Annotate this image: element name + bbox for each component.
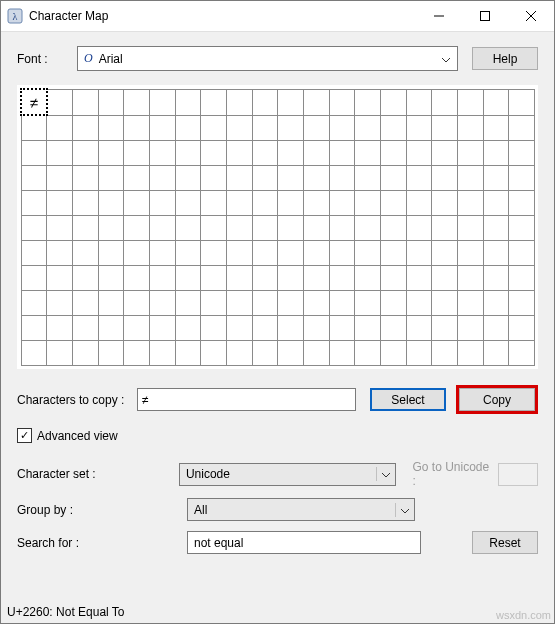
char-cell[interactable] [201,166,227,191]
char-cell[interactable] [175,241,201,266]
char-cell[interactable] [457,341,483,366]
char-cell[interactable] [47,216,73,241]
char-cell[interactable] [380,316,406,341]
char-cell[interactable] [457,241,483,266]
char-cell[interactable] [406,166,432,191]
char-cell[interactable] [509,341,535,366]
char-cell[interactable] [98,316,124,341]
char-cell[interactable] [278,216,304,241]
char-cell[interactable] [201,241,227,266]
char-cell[interactable] [329,216,355,241]
char-cell[interactable] [406,89,432,115]
char-cell[interactable] [47,89,73,115]
char-cell[interactable] [432,341,458,366]
char-cell[interactable] [201,341,227,366]
char-cell[interactable] [21,241,47,266]
char-cell[interactable] [149,291,175,316]
char-cell[interactable] [329,316,355,341]
char-cell[interactable] [124,316,150,341]
char-cell[interactable] [509,191,535,216]
char-cell[interactable] [278,166,304,191]
char-cell[interactable] [201,141,227,166]
char-cell[interactable] [175,291,201,316]
char-cell[interactable] [509,241,535,266]
char-cell[interactable] [47,341,73,366]
char-cell[interactable] [98,191,124,216]
char-cell[interactable] [72,316,98,341]
char-cell[interactable] [355,316,381,341]
char-cell[interactable] [21,266,47,291]
char-cell[interactable] [303,166,329,191]
copy-button[interactable]: Copy [459,388,535,411]
char-cell[interactable] [252,341,278,366]
char-cell[interactable] [21,166,47,191]
char-cell[interactable] [252,241,278,266]
char-cell[interactable] [124,141,150,166]
char-cell[interactable] [483,115,509,141]
char-cell[interactable] [149,316,175,341]
char-cell[interactable] [509,216,535,241]
char-cell[interactable] [175,341,201,366]
char-cell[interactable] [278,341,304,366]
char-cell[interactable] [175,316,201,341]
char-cell[interactable] [252,291,278,316]
char-cell[interactable] [380,341,406,366]
char-cell[interactable] [457,115,483,141]
char-cell[interactable] [226,216,252,241]
char-cell[interactable] [406,191,432,216]
char-cell[interactable] [47,241,73,266]
maximize-button[interactable] [462,1,508,31]
char-cell[interactable] [329,241,355,266]
char-cell[interactable] [457,266,483,291]
char-cell[interactable] [47,316,73,341]
char-cell[interactable] [226,89,252,115]
char-cell[interactable] [509,89,535,115]
char-cell[interactable] [72,341,98,366]
char-cell[interactable] [98,291,124,316]
char-cell[interactable] [21,141,47,166]
char-cell[interactable] [226,316,252,341]
char-cell[interactable] [406,266,432,291]
char-cell[interactable] [406,341,432,366]
char-cell[interactable] [303,115,329,141]
char-cell[interactable] [483,89,509,115]
char-cell[interactable] [149,216,175,241]
char-cell[interactable] [226,291,252,316]
char-cell[interactable] [98,89,124,115]
char-cell[interactable] [278,141,304,166]
char-cell[interactable] [483,291,509,316]
char-cell[interactable] [483,341,509,366]
char-cell[interactable] [329,266,355,291]
char-cell[interactable] [303,291,329,316]
char-cell[interactable] [303,89,329,115]
char-cell[interactable] [329,166,355,191]
char-cell[interactable] [278,115,304,141]
char-cell[interactable] [380,191,406,216]
char-cell[interactable] [406,115,432,141]
charset-select[interactable]: Unicode [179,463,397,486]
char-cell[interactable] [149,241,175,266]
char-cell[interactable] [72,266,98,291]
char-cell[interactable] [432,191,458,216]
char-cell[interactable] [380,241,406,266]
char-cell[interactable] [483,216,509,241]
char-cell[interactable] [483,316,509,341]
char-cell[interactable] [355,216,381,241]
char-cell[interactable] [175,216,201,241]
char-cell[interactable] [201,291,227,316]
char-cell[interactable] [124,241,150,266]
char-cell[interactable] [252,266,278,291]
char-cell[interactable] [483,241,509,266]
char-cell[interactable] [175,191,201,216]
char-cell[interactable] [21,291,47,316]
character-grid[interactable]: ≠ [17,85,538,369]
char-cell[interactable] [457,166,483,191]
char-cell[interactable] [175,166,201,191]
char-cell[interactable] [380,89,406,115]
char-cell[interactable] [98,241,124,266]
char-cell[interactable] [47,291,73,316]
char-cell[interactable] [509,141,535,166]
char-cell[interactable] [201,266,227,291]
char-cell[interactable] [226,115,252,141]
char-cell[interactable] [406,216,432,241]
